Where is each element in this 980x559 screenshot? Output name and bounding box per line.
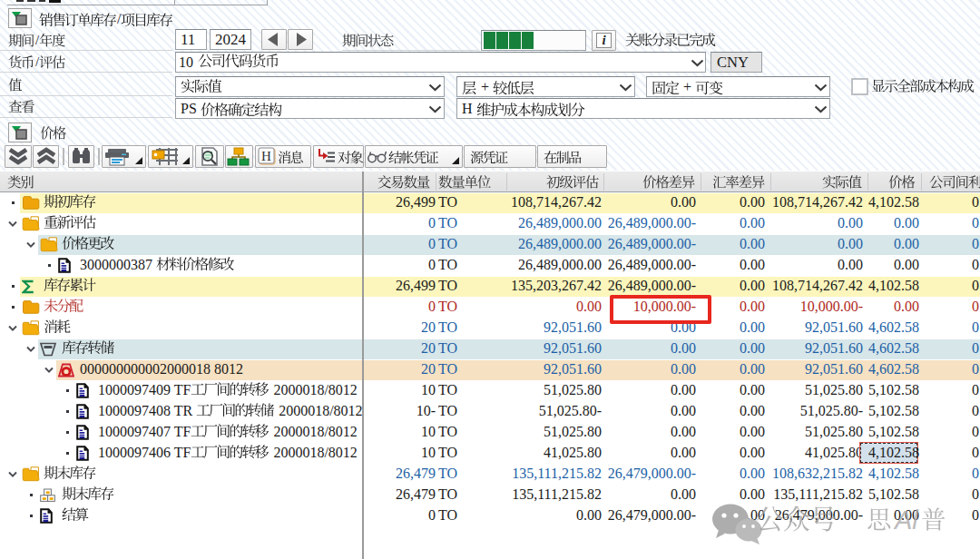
svg-text:H: H — [261, 149, 271, 163]
